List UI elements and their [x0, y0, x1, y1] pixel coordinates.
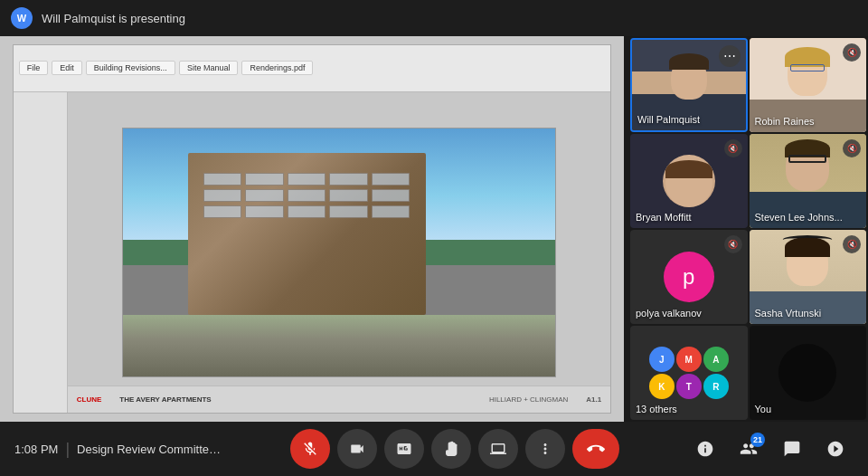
- end-call-button[interactable]: [572, 429, 619, 469]
- participant-tile-robin[interactable]: 🔇 Robin Raines: [750, 38, 867, 132]
- participant-tile-steven[interactable]: 🔇 Steven Lee Johns...: [750, 134, 867, 228]
- steven-mute-icon: 🔇: [843, 139, 861, 157]
- window: [288, 189, 326, 202]
- participant-tile-will[interactable]: ⋯ Will Palmquist: [630, 38, 748, 132]
- divider: |: [65, 440, 70, 459]
- presenter-avatar: W: [11, 7, 33, 29]
- window: [245, 205, 284, 218]
- building-windows: [200, 169, 414, 222]
- others-avatars-grid: J M A K T R: [646, 343, 732, 403]
- window: [203, 189, 242, 202]
- window: [372, 189, 410, 202]
- bryan-mute-icon: 🔇: [724, 139, 742, 157]
- raise-hand-button[interactable]: [431, 429, 471, 469]
- will-name: Will Palmquist: [637, 114, 700, 125]
- chat-icon: [783, 440, 801, 458]
- will-options-icon[interactable]: ⋯: [719, 45, 741, 67]
- people-count-badge: 21: [750, 433, 765, 447]
- shared-screen-area: File Edit Building Revisions... Site Man…: [0, 36, 624, 422]
- participant-tile-others[interactable]: J M A K T R 13 others: [630, 326, 748, 420]
- other-avatar: J: [649, 347, 675, 372]
- toolbar-tab-rendering[interactable]: Renderings.pdf: [241, 61, 313, 75]
- end-call-icon: [587, 440, 605, 458]
- more-options-icon: [537, 441, 553, 457]
- camera-icon: [349, 441, 365, 457]
- you-circle: [778, 344, 836, 402]
- participants-sidebar: ⋯ Will Palmquist 🔇 Robin Raines �: [628, 36, 868, 422]
- toolbar-tab-building[interactable]: Building Revisions...: [86, 61, 175, 75]
- toolbar-tab-edit[interactable]: Edit: [52, 61, 82, 75]
- polya-name: polya valkanov: [636, 308, 702, 319]
- shared-screen: File Edit Building Revisions... Site Man…: [0, 36, 624, 422]
- firm-logo: CLUNE: [77, 395, 102, 404]
- toolbar-tab-site[interactable]: Site Manual: [179, 61, 239, 75]
- window: [245, 173, 284, 186]
- steven-name: Steven Lee Johns...: [755, 212, 843, 223]
- other-avatar: R: [703, 374, 729, 399]
- polya-mute-icon: 🔇: [724, 235, 742, 253]
- you-name: You: [755, 404, 772, 414]
- window: [329, 173, 368, 186]
- other-avatar: K: [649, 374, 675, 399]
- doc-toolbar: File Edit Building Revisions... Site Man…: [14, 45, 610, 92]
- building-facade: [188, 153, 426, 315]
- right-controls: 21: [687, 431, 854, 467]
- raise-hand-icon: [443, 441, 459, 457]
- other-avatar: M: [676, 347, 702, 372]
- activities-button[interactable]: [817, 431, 854, 467]
- window: [245, 189, 284, 202]
- bryan-name: Bryan Moffitt: [636, 212, 692, 223]
- captions-button[interactable]: [384, 429, 424, 469]
- top-bar: W Will Palmquist is presenting: [0, 0, 868, 36]
- doc-main: [68, 92, 610, 414]
- mute-button[interactable]: [290, 429, 330, 469]
- captions-icon: [396, 441, 412, 457]
- window: [288, 205, 326, 218]
- people-button[interactable]: 21: [731, 431, 767, 467]
- present-button[interactable]: [478, 429, 518, 469]
- present-icon: [490, 441, 506, 457]
- info-icon: [696, 440, 714, 458]
- time-meeting-info: 1:08 PM | Design Review Committee mtg: O…: [14, 440, 222, 459]
- window: [329, 205, 368, 218]
- street: [123, 315, 555, 377]
- window: [203, 205, 242, 218]
- footer-sheet: A1.1: [586, 395, 601, 404]
- participant-tile-polya[interactable]: p 🔇 polya valkanov: [630, 230, 748, 324]
- window: [372, 205, 410, 218]
- participant-tile-you[interactable]: You: [750, 326, 867, 420]
- participant-tile-sasha[interactable]: 🔇 Sasha Vrtunski: [750, 230, 867, 324]
- building-name: THE AVERY APARTMENTS: [119, 395, 211, 404]
- toolbar-tab-file[interactable]: File: [19, 61, 49, 75]
- window: [329, 189, 368, 202]
- other-avatar: A: [703, 347, 729, 372]
- window: [288, 173, 326, 186]
- building-rendering: [122, 128, 556, 378]
- center-controls: [222, 429, 687, 469]
- document-content: File Edit Building Revisions... Site Man…: [13, 44, 611, 414]
- footer-firm: HILLIARD + CLINGMAN: [489, 395, 568, 404]
- doc-body: [14, 92, 610, 414]
- doc-footer: CLUNE THE AVERY APARTMENTS HILLIARD + CL…: [68, 386, 610, 413]
- mic-off-icon: [302, 441, 318, 457]
- window: [372, 173, 410, 186]
- robin-mute-icon: 🔇: [843, 43, 861, 62]
- polya-avatar: p: [664, 252, 714, 302]
- meeting-name: Design Review Committee mtg: ONLIN...: [77, 443, 222, 456]
- other-avatar: T: [676, 374, 702, 399]
- sasha-name: Sasha Vrtunski: [755, 308, 822, 319]
- chat-button[interactable]: [774, 431, 810, 467]
- window: [203, 173, 242, 186]
- more-options-button[interactable]: [525, 429, 565, 469]
- others-name: 13 others: [636, 404, 677, 414]
- activities-icon: [826, 440, 844, 458]
- info-button[interactable]: [687, 431, 723, 467]
- time-display: 1:08 PM: [14, 443, 58, 456]
- participant-tile-bryan[interactable]: 🔇 Bryan Moffitt: [630, 134, 748, 228]
- presenter-text: Will Palmquist is presenting: [42, 12, 185, 25]
- camera-button[interactable]: [337, 429, 377, 469]
- bottom-toolbar: 1:08 PM | Design Review Committee mtg: O…: [0, 422, 868, 476]
- robin-name: Robin Raines: [755, 116, 815, 127]
- doc-sidebar-left: [14, 92, 68, 414]
- sasha-mute-icon: 🔇: [843, 235, 861, 253]
